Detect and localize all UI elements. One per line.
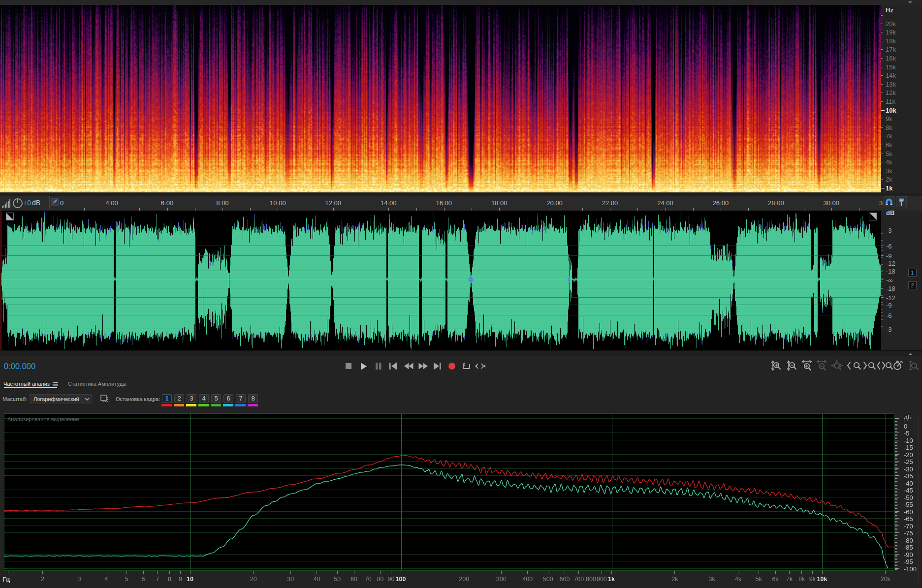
svg-text:dB: dB (32, 199, 40, 207)
svg-text:+0: +0 (23, 199, 31, 207)
